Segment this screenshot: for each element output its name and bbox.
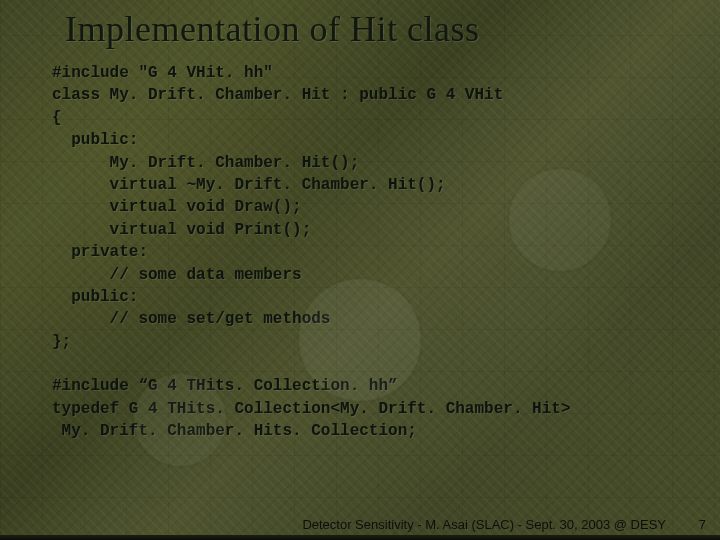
slide-title: Implementation of Hit class: [65, 8, 479, 50]
code-block: #include "G 4 VHit. hh" class My. Drift.…: [52, 62, 680, 443]
page-number: 7: [699, 517, 706, 532]
slide: Implementation of Hit class #include "G …: [0, 0, 720, 540]
footer-text: Detector Sensitivity - M. Asai (SLAC) - …: [302, 517, 666, 532]
bottom-bar: [0, 535, 720, 540]
